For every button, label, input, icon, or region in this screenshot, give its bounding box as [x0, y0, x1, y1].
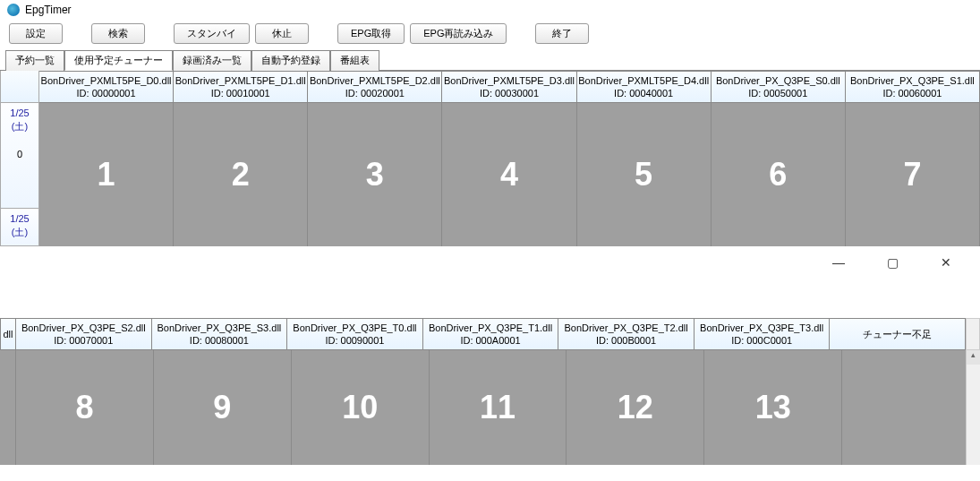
- maximize-button[interactable]: ▢: [880, 255, 905, 270]
- tuner-header-row-2: dll BonDriver_PX_Q3PE_S2.dllID: 00070001…: [0, 318, 980, 350]
- tuner-column[interactable]: 4: [442, 103, 576, 246]
- tuner-header-fragment: dll: [0, 318, 16, 350]
- tuner-header-row-1: BonDriver_PXMLT5PE_D0.dllID: 00000001 Bo…: [0, 71, 980, 103]
- app-title: EpgTimer: [25, 4, 72, 16]
- tuner-column[interactable]: 6: [712, 103, 846, 246]
- tab-tuner-schedule[interactable]: 使用予定チューナー: [64, 50, 173, 71]
- scrollbar-corner: [966, 318, 980, 350]
- tuner-column[interactable]: 13: [704, 350, 842, 465]
- tab-program-guide[interactable]: 番組表: [330, 50, 379, 71]
- tuner-shortage-column[interactable]: [842, 350, 980, 465]
- tuner-column[interactable]: 3: [308, 103, 442, 246]
- toolbar: 設定 検索 スタンバイ 休止 EPG取得 EPG再読み込み 終了: [0, 20, 980, 47]
- column-number: 6: [769, 156, 787, 193]
- column-number: 11: [480, 389, 516, 426]
- pause-button[interactable]: 休止: [255, 23, 309, 44]
- tuner-column[interactable]: 10: [292, 350, 430, 465]
- tuner-header[interactable]: BonDriver_PXMLT5PE_D2.dllID: 00020001: [308, 71, 442, 103]
- column-number: 4: [500, 156, 518, 193]
- tuner-column[interactable]: 12: [567, 350, 704, 465]
- column-number: 12: [618, 389, 653, 426]
- tuner-header[interactable]: BonDriver_PX_Q3PE_S1.dllID: 00060001: [846, 71, 980, 103]
- program-area[interactable]: 8 9 10 11 12 13: [0, 350, 980, 465]
- time-column: 1/25 (土) 0 1/25 (土): [0, 103, 39, 246]
- column-number: 9: [213, 389, 231, 426]
- tuner-column[interactable]: 2: [174, 103, 308, 246]
- tuner-header[interactable]: BonDriver_PX_Q3PE_T2.dllID: 000B0001: [558, 318, 695, 350]
- tab-auto-reserve[interactable]: 自動予約登録: [251, 50, 330, 71]
- tuner-column-fragment[interactable]: [0, 350, 16, 465]
- time-cell: 1/25 (土): [0, 209, 39, 246]
- tuner-header[interactable]: BonDriver_PXMLT5PE_D3.dllID: 00030001: [442, 71, 576, 103]
- tuner-header[interactable]: BonDriver_PX_Q3PE_S0.dllID: 00050001: [712, 71, 846, 103]
- column-number: 3: [366, 156, 384, 193]
- vertical-scrollbar[interactable]: ▴: [966, 350, 980, 465]
- tuner-column[interactable]: 11: [430, 350, 567, 465]
- tuner-shortage-header: チューナー不足: [830, 318, 966, 350]
- tuner-header[interactable]: BonDriver_PX_Q3PE_S2.dllID: 00070001: [16, 318, 152, 350]
- tuner-column[interactable]: 5: [577, 103, 712, 246]
- tuner-header[interactable]: BonDriver_PX_Q3PE_T1.dllID: 000A0001: [423, 318, 559, 350]
- tuner-header[interactable]: BonDriver_PXMLT5PE_D1.dllID: 00010001: [174, 71, 308, 103]
- tuner-header[interactable]: BonDriver_PX_Q3PE_T3.dllID: 000C0001: [695, 318, 831, 350]
- settings-button[interactable]: 設定: [9, 23, 63, 44]
- tab-recorded-list[interactable]: 録画済み一覧: [173, 50, 251, 71]
- exit-button[interactable]: 終了: [535, 23, 589, 44]
- tuner-header[interactable]: BonDriver_PXMLT5PE_D4.dllID: 00040001: [577, 71, 712, 103]
- program-area[interactable]: 1 2 3 4 5 6 7: [39, 103, 980, 246]
- tuner-column[interactable]: 8: [16, 350, 154, 465]
- tuner-header[interactable]: BonDriver_PX_Q3PE_T0.dllID: 00090001: [287, 318, 423, 350]
- time-header: [0, 71, 39, 103]
- close-button[interactable]: ✕: [933, 255, 959, 270]
- scroll-up-icon[interactable]: ▴: [967, 350, 980, 365]
- tuner-column[interactable]: 7: [846, 103, 980, 246]
- time-cell: 1/25 (土) 0: [0, 103, 39, 209]
- column-number: 2: [232, 156, 250, 193]
- column-number: 8: [75, 389, 93, 426]
- search-button[interactable]: 検索: [91, 23, 145, 44]
- column-number: 10: [342, 389, 378, 426]
- title-bar: EpgTimer: [0, 0, 980, 20]
- tuner-header[interactable]: BonDriver_PX_Q3PE_S3.dllID: 00080001: [152, 318, 288, 350]
- column-number: 5: [635, 156, 652, 193]
- column-number: 7: [903, 156, 921, 193]
- grid-body-1: 1/25 (土) 0 1/25 (土) 1 2 3 4 5 6 7: [0, 103, 980, 246]
- tuner-header[interactable]: BonDriver_PXMLT5PE_D0.dllID: 00000001: [39, 71, 174, 103]
- epg-get-button[interactable]: EPG取得: [337, 23, 405, 44]
- column-number: 1: [98, 156, 115, 193]
- minimize-button[interactable]: —: [826, 255, 851, 270]
- tuner-column[interactable]: 9: [154, 350, 292, 465]
- column-number: 13: [755, 389, 791, 426]
- standby-button[interactable]: スタンバイ: [174, 23, 250, 44]
- epg-reload-button[interactable]: EPG再読み込み: [410, 23, 507, 44]
- window-controls: — ▢ ✕: [0, 246, 980, 273]
- app-icon: [7, 4, 20, 16]
- tab-bar: 予約一覧 使用予定チューナー 録画済み一覧 自動予約登録 番組表: [0, 49, 980, 71]
- tuner-column[interactable]: 1: [39, 103, 174, 246]
- grid-body-2: 8 9 10 11 12 13: [0, 350, 980, 465]
- tab-reserve-list[interactable]: 予約一覧: [5, 50, 64, 71]
